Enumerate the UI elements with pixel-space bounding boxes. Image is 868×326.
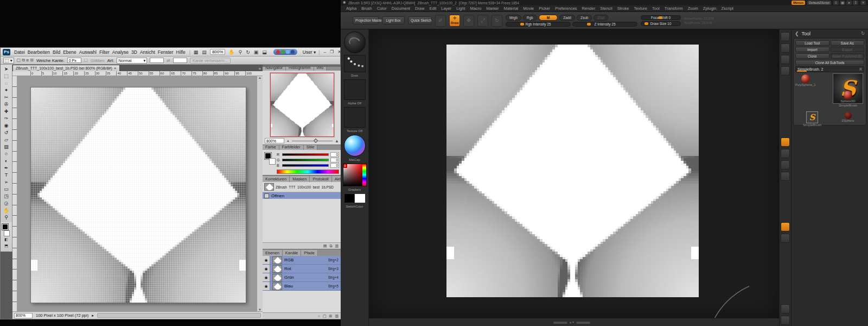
zbrush-menu-item[interactable]: Edit — [429, 6, 436, 11]
ps-tool-icon[interactable]: ▭ — [1, 186, 12, 193]
canvas-scrollbar[interactable]: ▲▼ — [553, 321, 590, 324]
navigator-zoom-input[interactable] — [265, 138, 284, 143]
zbrush-canvas[interactable] — [369, 29, 779, 318]
light-box-button[interactable]: Light Box — [382, 16, 405, 24]
ps-tool-icon[interactable]: ◌ — [1, 80, 12, 87]
view-control-icon[interactable] — [781, 234, 790, 243]
navigator-proxy-preview[interactable] — [270, 73, 334, 137]
close-window-button[interactable]: ✕ — [860, 1, 866, 5]
zbrush-menu-item[interactable]: Picker — [539, 6, 550, 11]
scrollbar-segment[interactable] — [553, 322, 567, 324]
edit-mode-icon[interactable]: ✐ — [435, 15, 446, 27]
panel-tab[interactable]: Farbfelder — [279, 145, 304, 150]
ps-tool-icon[interactable]: ✇ — [1, 101, 12, 108]
zbrush-menu-item[interactable]: Transform — [665, 6, 683, 11]
panel-tab[interactable]: Korrekturen — [263, 176, 290, 182]
height-input-disabled[interactable] — [173, 58, 187, 63]
quick-sketch-button[interactable]: Quick Sketch — [408, 16, 432, 24]
panel-footer-icon[interactable]: ⧉ — [329, 244, 332, 248]
material-thumbnail[interactable] — [344, 135, 366, 156]
antialias-checkbox[interactable]: ☐ — [84, 58, 88, 63]
ps-tool-icon[interactable]: ✚ — [1, 108, 12, 115]
document-canvas[interactable] — [30, 87, 246, 303]
selection-mode-icon[interactable]: ⧉ — [22, 58, 25, 63]
shelf-slider[interactable]: Draw Size 10 — [641, 21, 681, 26]
tool-palette-button[interactable]: Save As — [831, 40, 865, 46]
clone-all-subtools-button[interactable]: Clone All SubTools — [795, 60, 864, 65]
tool-item[interactable]: ZSphere — [830, 110, 866, 123]
zbrush-menu-item[interactable]: Light — [456, 6, 465, 11]
slider-thumb[interactable] — [659, 16, 662, 19]
ps-tool-icon[interactable]: ◐ — [1, 158, 12, 165]
background-color-swatch[interactable] — [269, 158, 276, 165]
hand-tool-icon[interactable]: ✋ — [228, 49, 235, 55]
tool-item[interactable]: Sphere3D — [830, 90, 866, 109]
titlebar-icon-button[interactable]: ▦ — [840, 1, 845, 5]
zbrush-menu-item[interactable]: Brush — [361, 6, 372, 11]
paint-mode-button[interactable]: Zcut — [593, 15, 608, 21]
slider-thumb[interactable] — [520, 23, 524, 26]
ps-tool-icon[interactable]: ✦ — [1, 87, 12, 94]
zbrush-menu-item[interactable]: Alpha — [346, 6, 356, 11]
status-zoom-input[interactable] — [14, 313, 33, 318]
ps-tool-icon[interactable]: ➤ — [1, 66, 12, 73]
zbrush-menu-item[interactable]: Draw — [415, 6, 425, 11]
paint-mode-button[interactable]: Zadd — [559, 15, 575, 21]
shelf-slider[interactable]: Focal Shift 0 — [641, 15, 681, 20]
menu-item[interactable]: Ansicht — [139, 49, 156, 55]
panel-tab[interactable]: Kanäle — [283, 250, 301, 256]
menu-item[interactable]: Bearbeiten — [27, 49, 51, 55]
rotate-mode-icon[interactable]: ↻ — [492, 15, 502, 27]
hue-strip[interactable] — [362, 164, 366, 186]
quick-mask-icon[interactable]: ◧ — [1, 237, 12, 244]
screen-mode-icon[interactable]: ⬓ — [261, 49, 267, 55]
titlebar-icon-button[interactable]: ↥ — [853, 1, 858, 5]
zbrush-menu-item[interactable]: Zscript — [721, 6, 733, 11]
background-color-swatch[interactable] — [4, 230, 10, 236]
horizontal-scrollbar[interactable] — [97, 313, 261, 318]
panel-tab[interactable]: Pfade — [301, 250, 318, 256]
foreground-color-swatch[interactable] — [2, 224, 8, 230]
menu-item[interactable]: Datei — [13, 49, 26, 55]
tool-palette-button[interactable]: Clone — [795, 53, 829, 59]
zbrush-menu-item[interactable]: Movie — [523, 6, 534, 11]
menu-item[interactable]: Ebene — [62, 49, 78, 55]
status-arrow-icon[interactable]: ▸ — [92, 313, 94, 318]
navigator-zoom-slider[interactable] — [292, 141, 333, 141]
feather-input[interactable] — [67, 58, 81, 63]
slider-thumb[interactable] — [314, 138, 318, 142]
style-select[interactable]: Normal▾ — [117, 58, 147, 64]
view-control-icon[interactable] — [781, 304, 790, 314]
view-control-icon[interactable] — [781, 32, 790, 41]
palette-menu-icon[interactable]: ↻ — [861, 31, 865, 36]
vertical-scrollbar[interactable]: ▲▼ — [257, 76, 263, 311]
view-control-icon[interactable] — [781, 43, 790, 53]
window-controls-cluster[interactable] — [273, 49, 297, 55]
zbrush-menu-item[interactable]: Render — [582, 6, 596, 11]
menu-item[interactable]: 3D — [130, 49, 138, 55]
tool-item[interactable]: PolySphere_1 — [795, 73, 816, 87]
zbrush-menu-item[interactable]: Tool — [652, 6, 660, 11]
view-control-icon[interactable] — [781, 137, 790, 147]
workspace-switcher[interactable]: User ▾ — [303, 49, 316, 55]
ps-tool-icon[interactable]: ↺ — [1, 129, 12, 136]
ps-tool-icon[interactable]: T — [1, 172, 12, 179]
zoom-in-icon[interactable]: ▲ — [335, 139, 339, 143]
titlebar-icon-button[interactable]: ● — [846, 1, 852, 5]
shelf-slider[interactable]: Rgb Intensity 25 — [506, 22, 571, 27]
scroll-down-icon[interactable]: ▼ — [258, 308, 261, 311]
zbrush-menu-item[interactable]: Marker — [486, 6, 499, 11]
channel-row[interactable]: ◉ Grün Strg+4 — [263, 273, 341, 282]
zbrush-menu-item[interactable]: Texture — [634, 6, 647, 11]
zbrush-menu-item[interactable]: Document — [392, 6, 410, 11]
view-control-icon[interactable] — [781, 149, 790, 158]
tool-palette-button[interactable]: Export — [831, 47, 865, 52]
visibility-eye-icon[interactable]: ◉ — [263, 273, 270, 281]
paint-mode-button[interactable]: Rgb — [523, 15, 537, 21]
color-value-box[interactable]: 0 — [330, 158, 339, 162]
panel-tab[interactable]: Aktionen — [332, 176, 341, 182]
paint-mode-button[interactable]: M — [539, 15, 558, 21]
ps-tool-icon[interactable]: ⬚ — [1, 73, 12, 80]
visibility-eye-icon[interactable]: ◉ — [263, 256, 270, 264]
ps-tool-icon[interactable]: ✒ — [1, 165, 12, 172]
